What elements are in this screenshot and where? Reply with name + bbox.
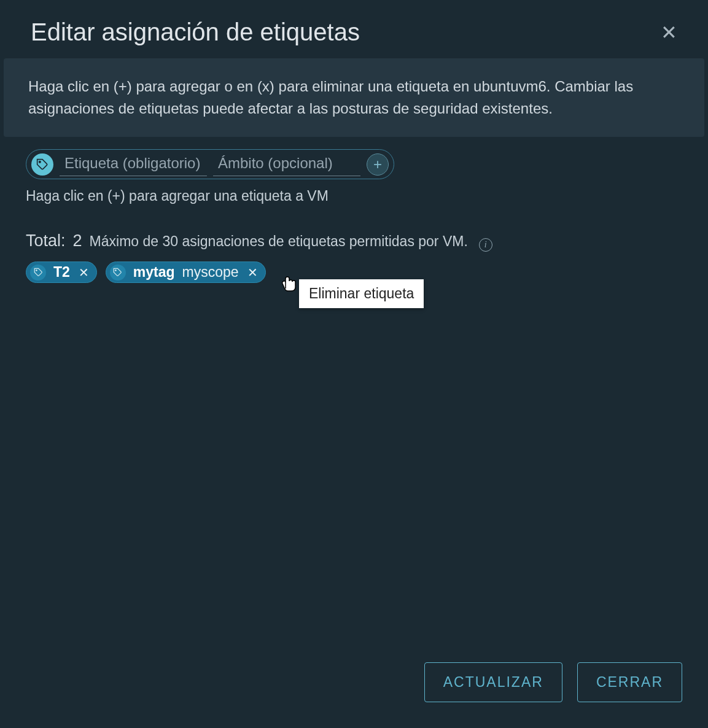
- svg-point-0: [39, 161, 41, 163]
- scope-input[interactable]: [213, 152, 360, 176]
- tooltip: Eliminar etiqueta: [299, 279, 424, 308]
- tag-name-input[interactable]: [60, 152, 207, 176]
- update-button[interactable]: ACTUALIZAR: [424, 662, 562, 702]
- close-button[interactable]: CERRAR: [577, 662, 682, 702]
- total-count: 2: [73, 231, 82, 250]
- max-text: Máximo de 30 asignaciones de etiquetas p…: [90, 233, 468, 250]
- tag-icon: [31, 153, 53, 176]
- svg-point-2: [115, 270, 117, 271]
- info-banner: Haga clic en (+) para agregar o en (x) p…: [4, 58, 704, 137]
- tag-chip-label: T2: [53, 264, 70, 281]
- modal-title: Editar asignación de etiquetas: [31, 18, 360, 46]
- total-row: Total: 2 Máximo de 30 asignaciones de et…: [26, 231, 682, 250]
- tag-chip-scope: myscope: [182, 264, 239, 281]
- tag-input-container: +: [26, 149, 394, 179]
- tag-icon: [110, 265, 126, 281]
- info-icon[interactable]: i: [479, 238, 492, 252]
- svg-point-1: [36, 270, 37, 271]
- remove-tag-icon[interactable]: ✕: [246, 266, 259, 279]
- remove-tag-icon[interactable]: ✕: [77, 266, 90, 279]
- close-icon[interactable]: ✕: [661, 23, 677, 42]
- tag-chip: T2 ✕: [26, 261, 97, 283]
- add-tag-button[interactable]: +: [367, 153, 389, 176]
- helper-text: Haga clic en (+) para agregar una etique…: [26, 188, 682, 204]
- total-label: Total:: [26, 231, 66, 250]
- plus-icon: +: [373, 157, 382, 172]
- tag-icon: [30, 265, 46, 281]
- tag-chip-label: mytag: [133, 264, 175, 281]
- tag-chip: mytag myscope ✕: [106, 261, 266, 283]
